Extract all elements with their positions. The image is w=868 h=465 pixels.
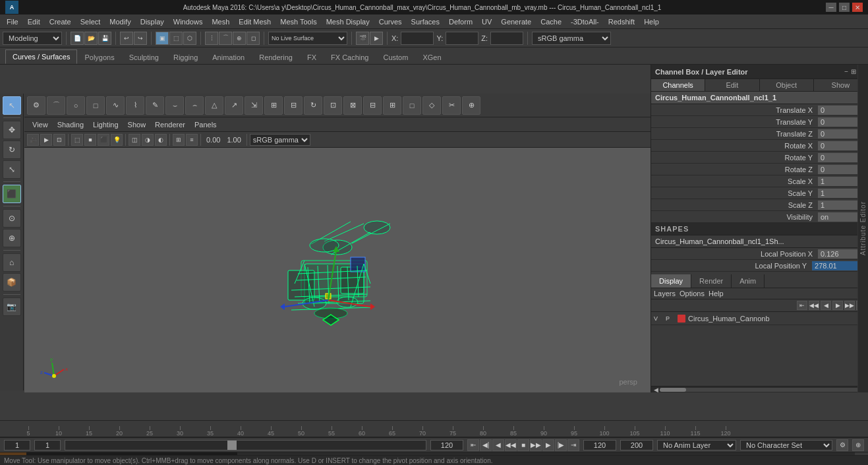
- next-key-button[interactable]: |▶: [555, 439, 567, 451]
- layer-row-1[interactable]: V P Circus_Human_Cannonb: [651, 312, 868, 325]
- scale-tool-icon[interactable]: ⤡: [3, 160, 21, 179]
- shelf-bevel-button[interactable]: ◇: [422, 96, 441, 115]
- menu-cache[interactable]: Cache: [536, 16, 565, 27]
- ipr-button[interactable]: ▶: [370, 32, 383, 45]
- display-tab-anim[interactable]: Anim: [732, 274, 765, 288]
- shelf-pencil-button[interactable]: ✎: [146, 96, 164, 115]
- anim-settings-button[interactable]: ⊕: [852, 439, 864, 451]
- layer-nav-next[interactable]: ▶: [832, 301, 843, 310]
- shelf-tool1-button[interactable]: ↗: [225, 96, 243, 115]
- menu-display[interactable]: Display: [136, 16, 168, 27]
- menu-generate[interactable]: Generate: [497, 16, 535, 27]
- soft-select-icon[interactable]: ⊙: [3, 209, 21, 228]
- menu-create[interactable]: Create: [45, 16, 75, 27]
- channel-translate-z[interactable]: Translate Z 0: [651, 128, 868, 140]
- tab-xgen[interactable]: XGen: [415, 50, 448, 64]
- layer-nav-prev[interactable]: ◀: [821, 301, 831, 310]
- shelf-ep-button[interactable]: ⌇: [126, 96, 144, 115]
- layer-nav-first[interactable]: ⇤: [797, 301, 807, 310]
- paint-select-button[interactable]: ⬡: [183, 32, 196, 45]
- camera-icon[interactable]: 📷: [3, 297, 21, 316]
- shelf-nurbs-button[interactable]: ∿: [106, 96, 125, 115]
- select-tool-button[interactable]: ▣: [156, 32, 169, 45]
- cb-tab-object[interactable]: Object: [760, 79, 814, 91]
- end-frame-input[interactable]: [430, 440, 463, 450]
- tab-polygons[interactable]: Polygons: [77, 50, 121, 64]
- history-icon[interactable]: ⌂: [3, 253, 21, 272]
- menu-redshift[interactable]: Redshift: [604, 16, 639, 27]
- snap-grid-button[interactable]: ⋮: [205, 32, 218, 45]
- channel-local-pos-y[interactable]: Local Position Y 278.01 ▼: [651, 260, 868, 272]
- tab-animation[interactable]: Animation: [205, 50, 252, 64]
- menu-edit[interactable]: Edit: [24, 16, 44, 27]
- vp-hud-button[interactable]: ≡: [186, 134, 198, 146]
- menu-file[interactable]: File: [3, 16, 22, 27]
- playback-slider-thumb[interactable]: [227, 441, 237, 450]
- menu-mesh[interactable]: Mesh: [208, 16, 233, 27]
- timeline[interactable]: 5 10 15 20 25 30 35 40 45 50 55 60 65 70…: [0, 420, 868, 437]
- modeling-mode-dropdown[interactable]: Modeling: [3, 32, 62, 45]
- shelf-circle-button[interactable]: ○: [67, 96, 85, 115]
- shelf-revolve-button[interactable]: ↻: [304, 96, 322, 115]
- tab-rendering[interactable]: Rendering: [252, 50, 300, 64]
- channel-local-pos-x[interactable]: Local Position X 0.126: [651, 248, 868, 260]
- shelf-bezier-button[interactable]: ⌣: [165, 96, 184, 115]
- max-frame-input[interactable]: [583, 440, 616, 450]
- shelf-square-button[interactable]: □: [86, 96, 105, 115]
- channel-scale-x[interactable]: Scale X 1: [651, 175, 868, 187]
- shelf-attach-button[interactable]: ⊕: [462, 96, 480, 115]
- render-button[interactable]: 🎬: [356, 32, 369, 45]
- vp-shadow-button[interactable]: ◫: [129, 134, 140, 146]
- viewport-canvas[interactable]: persp x z y: [24, 148, 651, 392]
- open-file-button[interactable]: 📂: [84, 32, 98, 45]
- goto-start-button[interactable]: ⇤: [467, 439, 479, 451]
- goto-end-button[interactable]: ⇥: [567, 439, 579, 451]
- viewport-menu-renderer[interactable]: Renderer: [151, 119, 189, 130]
- z-axis-input[interactable]: [490, 32, 523, 45]
- cb-tab-channels[interactable]: Channels: [651, 79, 705, 91]
- shelf-tool2-button[interactable]: ⇲: [245, 96, 263, 115]
- select-tool-icon[interactable]: ↖: [3, 96, 21, 115]
- channel-scale-y[interactable]: Scale Y 1: [651, 187, 868, 199]
- vp-cam2-button[interactable]: ▶: [40, 134, 52, 146]
- snap-point-button[interactable]: ⊕: [233, 32, 246, 45]
- move-tool-icon[interactable]: ✥: [3, 121, 21, 139]
- vp-texture-button[interactable]: ⬛: [98, 134, 109, 146]
- max-frame2-input[interactable]: [620, 440, 653, 450]
- step-back-button[interactable]: ◀: [492, 439, 504, 451]
- play-back-button[interactable]: ◀◀: [505, 439, 517, 451]
- tab-fx-caching[interactable]: FX Caching: [324, 50, 376, 64]
- scroll-left-arrow[interactable]: ◀: [652, 387, 660, 393]
- menu-mesh-tools[interactable]: Mesh Tools: [276, 16, 320, 27]
- x-axis-input[interactable]: [401, 32, 434, 45]
- display-tab-display[interactable]: Display: [651, 274, 691, 288]
- cb-popout-button[interactable]: ⊞: [851, 68, 856, 75]
- layer-menu-options[interactable]: Options: [680, 290, 705, 297]
- vp-aa-button[interactable]: ◐: [155, 134, 167, 146]
- channel-rotate-z[interactable]: Rotate Z 0: [651, 164, 868, 175]
- vp-wire-button[interactable]: ⬚: [71, 134, 83, 146]
- vp-cam-button[interactable]: 🎥: [27, 134, 39, 146]
- shelf-curve-button[interactable]: ⌒: [47, 96, 65, 115]
- shelf-square2-button[interactable]: □: [403, 96, 421, 115]
- shelf-arc-button[interactable]: ⌢: [185, 96, 204, 115]
- menu-curves[interactable]: Curves: [375, 16, 406, 27]
- shelf-sweep-button[interactable]: ⊠: [343, 96, 362, 115]
- channel-translate-x[interactable]: Translate X 0: [651, 104, 868, 116]
- tab-fx[interactable]: FX: [300, 50, 324, 64]
- menu-edit-mesh[interactable]: Edit Mesh: [235, 16, 275, 27]
- channel-translate-y[interactable]: Translate Y 0: [651, 116, 868, 128]
- no-live-surface-dropdown[interactable]: No Live Surface: [268, 32, 347, 45]
- channel-rotate-y[interactable]: Rotate Y 0: [651, 152, 868, 164]
- layer-nav-next-page[interactable]: ▶▶: [844, 301, 855, 310]
- channel-rotate-x[interactable]: Rotate X 0: [651, 140, 868, 152]
- shelf-trim-button[interactable]: ✂: [442, 96, 461, 115]
- layer-menu-layers[interactable]: Layers: [654, 290, 676, 297]
- menu-3dtoall[interactable]: -3DtoAll-: [567, 16, 603, 27]
- layer-nav-prev-page[interactable]: ◀◀: [809, 301, 819, 310]
- lasso-button[interactable]: ⬚: [169, 32, 183, 45]
- vp-gamma-dropdown[interactable]: sRGB gamma: [250, 134, 310, 146]
- anim-layer-dropdown[interactable]: No Anim Layer: [657, 440, 736, 450]
- layer-scrollbar[interactable]: ◀ ▶: [651, 386, 868, 392]
- transform-tool-icon[interactable]: ⬛: [3, 185, 21, 203]
